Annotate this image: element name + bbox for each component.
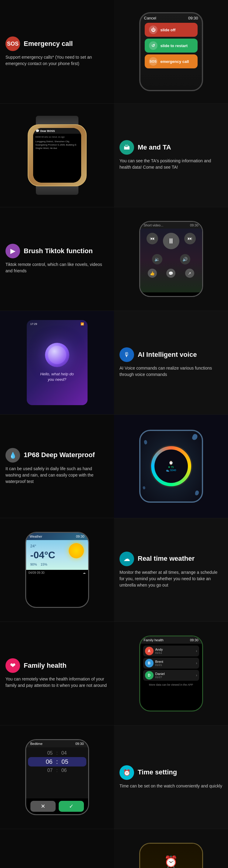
time-cancel-btn[interactable]: ✕ (30, 801, 56, 812)
tiktok-watch-time: 09:30 (190, 223, 199, 227)
ai-icon-row: 🎙 AI Intelligent voice (119, 347, 223, 362)
tiktok-controls: ⏮ ⏸ ⏭ 🔉 🔊 👍 💬 ↗ (140, 228, 202, 292)
meta-icon-row: 🏔 Me and TA (119, 140, 223, 155)
emergency-call-btn[interactable]: SOS emergency call (145, 54, 198, 68)
weather-feature-icon: ☁ (119, 552, 134, 566)
daniel-name: Daniel (155, 672, 194, 676)
ai-phone-screen: 17:29 📶 Hello, what help doyou need? (27, 320, 88, 405)
tiktok-bottom-icons: 👍 💬 ↗ (143, 269, 199, 278)
weather-watch-header: Weather 09:30 (26, 533, 88, 540)
phone-signal: 📶 (81, 322, 84, 326)
boss-sender: Dear BOSS (40, 129, 55, 132)
drop2 (143, 440, 147, 445)
play-pause-btn[interactable]: ⏸ (163, 233, 179, 249)
prev-btn[interactable]: ⏮ (146, 233, 158, 244)
sos-cancel-label: Cancel (144, 16, 156, 20)
section-emergency: SOS Emergency call Support emergency cal… (0, 0, 228, 103)
family-watch-header: Family health 09:30 (140, 637, 202, 644)
slide-restart-label: slide to restart (161, 43, 188, 48)
meta-desc: You can see the TA's positioning informa… (119, 158, 223, 170)
bedside-watch: ⏰ 06:00 remind later stop (139, 843, 203, 868)
brent-info: Brent 01/21 (155, 660, 194, 666)
colon-top: : (56, 750, 57, 756)
hour-sel: 06 (46, 758, 52, 765)
ai-desc: AI Voice commands can realize various fu… (119, 365, 223, 378)
waterproof-desc: It can be used safely in daily life such… (5, 466, 109, 485)
emergency-desc: Support emergency calls* (You need to se… (5, 54, 109, 67)
avatar-brent: B (145, 659, 153, 668)
siri-orb (45, 343, 69, 367)
family-member-2[interactable]: D Daniel 01/27 › (143, 670, 199, 681)
brent-chevron: › (196, 661, 197, 665)
power-icon: ⏻ (149, 26, 158, 34)
waterproof-watch-cell: ⌚ ♥ 75 👟 3240 (114, 414, 228, 518)
comment-btn[interactable]: 💬 (166, 269, 175, 278)
time-watch-cell: Bedtime 09:30 05 : 04 06 : 05 07 : 06 (0, 725, 114, 829)
like-btn[interactable]: 👍 (148, 269, 157, 278)
waterproof-icon: 💧 (5, 448, 20, 463)
weather-body: 24° -04°C 90% 15% (26, 540, 88, 570)
weather-stats: 90% 15% (30, 563, 84, 566)
next-btn[interactable]: ⏭ (184, 233, 196, 244)
time-watch-header: Bedtime 09:30 (26, 740, 88, 747)
andy-name: Andy (155, 648, 194, 651)
sun-icon (69, 543, 84, 558)
family-note: More data can be viewed in the APP (143, 682, 199, 687)
alarm-icon: ⏰ (164, 855, 178, 868)
tiktok-icon-row: ▶ Brush Tiktok function (5, 244, 109, 258)
avatar-andy: A (145, 647, 153, 655)
time-feature-icon: ⏰ (119, 765, 134, 780)
humidity-val: 90% (30, 563, 37, 566)
time-watch: Bedtime 09:30 05 : 04 06 : 05 07 : 06 (25, 739, 89, 815)
share-btn[interactable]: ↗ (185, 269, 194, 278)
andy-info: Andy 01/11 (155, 648, 194, 654)
vol-up-btn[interactable]: 🔊 (180, 254, 190, 265)
slide-restart-btn[interactable]: ↺ slide to restart (145, 39, 198, 53)
tiktok-text-cell: ▶ Brush Tiktok function Tiktok remote co… (0, 207, 114, 311)
tiktok-video-label: Short video... (144, 223, 164, 227)
family-member-0[interactable]: A Andy 01/11 › (143, 646, 199, 656)
daniel-date: 01/27 (155, 676, 194, 679)
family-member-1[interactable]: B Brent 01/21 › (143, 658, 199, 669)
family-list: A Andy 01/11 › B Brent 01/21 › D (140, 644, 202, 711)
family-icon-row: ❤ Family health (5, 658, 109, 673)
section-ai: 17:29 📶 Hello, what help doyou need? 🎙 A… (0, 311, 228, 414)
ai-icon: 🎙 (119, 347, 134, 362)
emergency-text-cell: SOS Emergency call Support emergency cal… (0, 0, 114, 103)
time-row-bottom: 07 : 06 (28, 767, 86, 774)
weather-watch: Weather 09:30 24° -04°C 90% 15% 04/09 09… (25, 532, 89, 608)
family-watch-time: 09:30 (190, 638, 199, 642)
colon-bot: : (56, 768, 57, 773)
sos-watch-body: ⏻ slide off ↺ slide to restart SOS emerg… (140, 22, 202, 90)
emergency-icon: SOS (5, 36, 20, 51)
tiktok-top-controls: ⏮ ⏸ ⏭ (143, 233, 199, 249)
waterproof-text-cell: 💧 1P68 Deep Waterproof It can be used sa… (0, 414, 114, 518)
time-watch-time: 09:30 (76, 742, 84, 746)
family-watch: Family health 09:30 A Andy 01/11 › B Bre… (139, 636, 203, 711)
time-confirm-btn[interactable]: ✓ (59, 801, 84, 812)
family-watch-cell: Family health 09:30 A Andy 01/11 › B Bre… (114, 622, 228, 725)
time-row-selected[interactable]: 06 : 05 (28, 757, 86, 767)
watch-face-heart: ♥ 75 (168, 466, 174, 469)
time-watch-label: Bedtime (30, 742, 42, 746)
time-picker: 05 : 04 06 : 05 07 : 06 (26, 747, 88, 798)
tiktok-watch-header: Short video... 09:30 (140, 222, 202, 228)
slide-off-btn[interactable]: ⏻ slide off (145, 23, 198, 37)
weather-title: Real time weather (138, 555, 195, 563)
section-waterproof: 💧 1P68 Deep Waterproof It can be used sa… (0, 414, 228, 518)
volume-row: 🔉 🔊 (143, 254, 199, 265)
sos-watch: Cancel 09:30 ⏻ slide off ↺ slide to rest… (139, 12, 203, 91)
time-row-top: 05 : 04 (28, 749, 86, 757)
hour-bot: 07 (47, 768, 53, 773)
drop1 (192, 433, 198, 441)
time-desc: Time can be set on the watch convenientl… (119, 783, 223, 789)
sos-watch-header: Cancel 09:30 (140, 13, 202, 22)
tiktok-watch-cell: Short video... 09:30 ⏮ ⏸ ⏭ 🔉 🔊 👍 (114, 207, 228, 311)
weather-time: 09:30 (76, 535, 85, 538)
bedside-watch-cell: ⏰ 06:00 remind later stop (114, 829, 228, 868)
watch-face-brand: ⌚ (169, 461, 173, 465)
vol-down-btn[interactable]: 🔉 (152, 254, 162, 265)
weather-desc: Monitor the weather at all times, arrang… (119, 569, 223, 588)
weather-text-cell: ☁ Real time weather Monitor the weather … (114, 518, 228, 622)
section-tiktok: ▶ Brush Tiktok function Tiktok remote co… (0, 207, 228, 311)
